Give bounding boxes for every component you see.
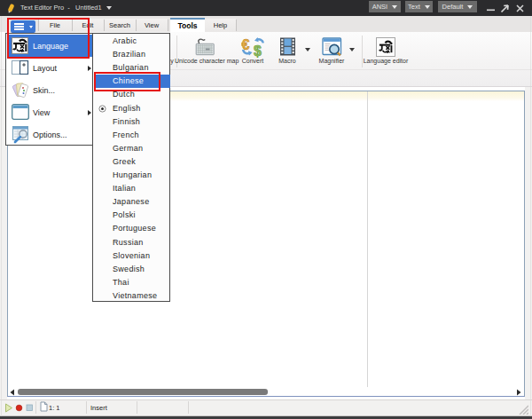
- svg-text:$: $: [254, 43, 262, 58]
